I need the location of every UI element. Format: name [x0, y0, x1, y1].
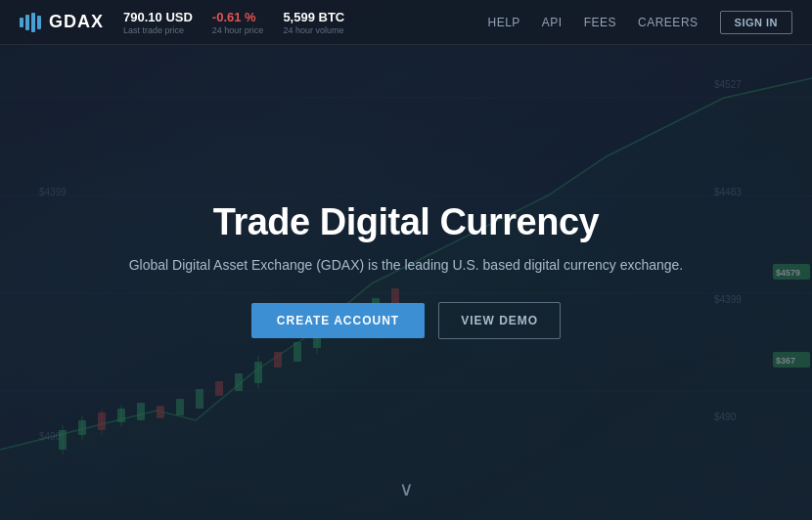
nav-careers[interactable]: CAREERS: [638, 16, 699, 29]
ticker-price-label: Last trade price: [123, 25, 193, 35]
sign-in-button[interactable]: SIGN IN: [720, 11, 792, 34]
nav-fees[interactable]: FEES: [584, 16, 616, 29]
logo-area: GDAX: [20, 12, 104, 32]
ticker-change-value: -0.61 %: [212, 10, 264, 24]
cta-buttons: CREATE ACCOUNT VIEW DEMO: [251, 302, 561, 339]
view-demo-button[interactable]: VIEW DEMO: [438, 302, 561, 339]
main-content: Trade Digital Currency Global Digital As…: [0, 0, 812, 520]
logo-icon: [20, 13, 41, 32]
ticker-price: 790.10 USD Last trade price: [123, 10, 193, 35]
ticker-change: -0.61 % 24 hour price: [212, 10, 264, 35]
ticker-volume-value: 5,599 BTC: [283, 10, 344, 24]
logo-bar-1: [20, 18, 23, 27]
logo-bar-2: [25, 15, 29, 30]
header-nav: HELP API FEES CAREERS SIGN IN: [487, 11, 792, 34]
logo-text: GDAX: [49, 12, 104, 32]
chevron-down-icon: ∨: [399, 478, 414, 499]
create-account-button[interactable]: CREATE ACCOUNT: [251, 303, 425, 338]
scroll-indicator[interactable]: ∨: [399, 477, 414, 500]
ticker-volume: 5,599 BTC 24 hour volume: [283, 10, 344, 35]
logo-bar-4: [37, 16, 41, 29]
nav-help[interactable]: HELP: [487, 16, 519, 29]
ticker-section: 790.10 USD Last trade price -0.61 % 24 h…: [123, 10, 344, 35]
header: GDAX 790.10 USD Last trade price -0.61 %…: [0, 0, 812, 45]
logo-bar-3: [31, 13, 35, 32]
hero-subtitle: Global Digital Asset Exchange (GDAX) is …: [129, 257, 684, 273]
nav-api[interactable]: API: [542, 16, 563, 29]
hero-title: Trade Digital Currency: [213, 201, 599, 243]
ticker-volume-label: 24 hour volume: [283, 25, 344, 35]
ticker-price-value: 790.10 USD: [123, 10, 193, 24]
ticker-change-label: 24 hour price: [212, 25, 264, 35]
